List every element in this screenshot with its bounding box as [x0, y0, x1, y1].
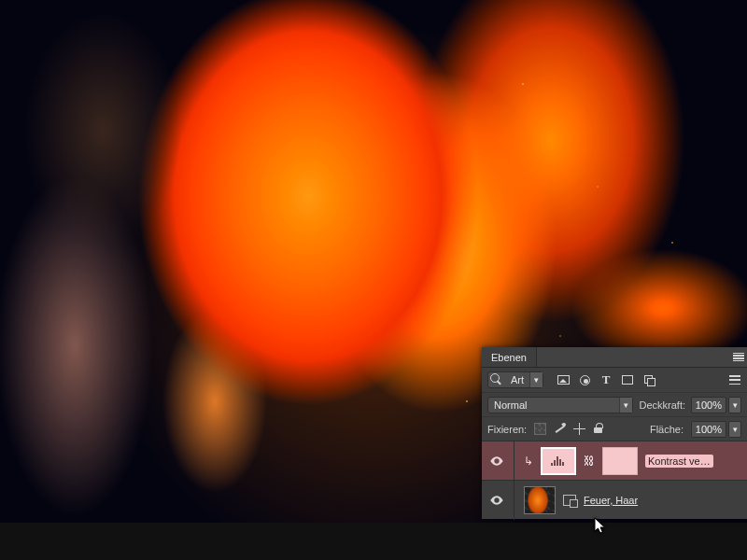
opacity-label: Deckkraft:: [639, 399, 685, 411]
chevron-down-icon: ▾: [619, 398, 632, 413]
opacity-input[interactable]: 100%: [691, 397, 726, 413]
adjustment-thumbnail[interactable]: [541, 447, 576, 475]
layer-name[interactable]: Kontrast ve…: [645, 455, 713, 468]
svg-rect-1: [551, 463, 553, 466]
panel-menu-button[interactable]: [730, 347, 747, 367]
layers-panel: Ebenen Art ▾ T Normal ▾ Deckkraft: 100: [482, 347, 747, 519]
blend-opacity-row: Normal ▾ Deckkraft: 100% ▾: [482, 392, 747, 416]
lock-label: Fixieren:: [487, 424, 527, 435]
panel-tab-bar: Ebenen: [482, 347, 747, 368]
visibility-toggle[interactable]: [489, 493, 504, 508]
visibility-toggle[interactable]: [489, 454, 504, 469]
layers-list: ↳ ⛓ Kontrast ve… Feuer, Haar: [482, 441, 747, 519]
layer-name[interactable]: Feuer, Haar: [584, 495, 638, 506]
fill-stepper[interactable]: ▾: [728, 421, 741, 438]
filter-pixel-icon[interactable]: [557, 373, 570, 386]
lock-position-icon[interactable]: [573, 423, 585, 435]
chevron-down-icon: ▾: [529, 372, 543, 387]
filter-shape-icon[interactable]: [621, 373, 634, 386]
mask-link-icon[interactable]: ⛓: [584, 455, 595, 468]
svg-rect-3: [557, 456, 558, 466]
lock-transparency-icon[interactable]: [534, 423, 546, 435]
levels-icon: [549, 455, 568, 468]
fill-input[interactable]: 100%: [691, 421, 726, 438]
eye-icon: [489, 493, 504, 508]
svg-point-0: [496, 459, 499, 462]
smart-object-icon: [563, 495, 576, 506]
status-bar: [0, 523, 747, 560]
layer-row-adjustment[interactable]: ↳ ⛓ Kontrast ve…: [482, 441, 747, 480]
lock-fill-row: Fixieren: Fläche: 100% ▾: [482, 416, 747, 441]
eye-icon: [489, 454, 504, 469]
svg-rect-2: [554, 460, 556, 466]
layer-thumbnail[interactable]: [524, 486, 556, 514]
lock-all-icon[interactable]: [593, 423, 603, 433]
blend-mode-select[interactable]: Normal ▾: [487, 397, 633, 413]
mask-thumbnail[interactable]: [602, 447, 638, 475]
clip-indicator-icon: ↳: [524, 455, 533, 468]
fill-label: Fläche:: [650, 424, 684, 435]
layer-filter-type-select[interactable]: Art ▾: [487, 371, 543, 388]
filter-text-icon[interactable]: T: [599, 373, 613, 386]
tab-layers[interactable]: Ebenen: [482, 347, 537, 367]
lock-pixels-icon[interactable]: [554, 423, 566, 435]
filter-adjustment-icon[interactable]: [578, 373, 591, 386]
search-icon: [490, 373, 503, 386]
opacity-stepper[interactable]: ▾: [728, 397, 741, 413]
filter-smartobject-icon[interactable]: [642, 373, 655, 386]
svg-rect-4: [559, 459, 561, 466]
svg-rect-5: [562, 462, 564, 466]
layer-row-smartobject[interactable]: Feuer, Haar: [482, 480, 747, 519]
svg-point-6: [496, 498, 499, 501]
filter-toggle-icon[interactable]: [728, 373, 741, 386]
layer-filter-row: Art ▾ T: [482, 368, 747, 392]
